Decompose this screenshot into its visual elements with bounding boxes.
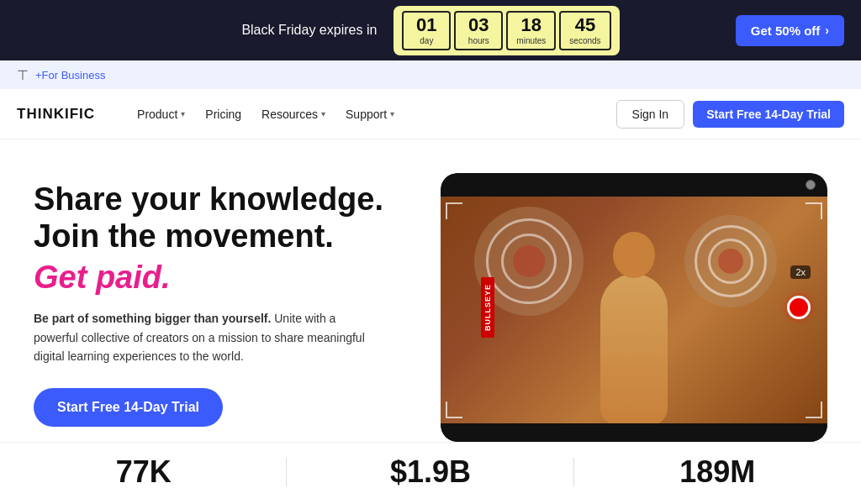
nav-item-resources[interactable]: Resources ▾ (253, 102, 334, 126)
nav-items: Product ▾ Pricing Resources ▾ Support ▾ (129, 102, 591, 126)
business-link[interactable]: +For Business (35, 69, 105, 81)
phone-notch (441, 173, 827, 197)
timer-day-label: day (420, 36, 433, 45)
corner-bracket-tl (446, 202, 462, 219)
stats-bar: 77K $1.9B 189M (0, 442, 861, 501)
chevron-down-icon: ▾ (390, 109, 394, 118)
person-head (613, 232, 655, 278)
hero-section: Share your knowledge. Join the movement.… (0, 139, 861, 442)
top-banner: Black Friday expires in 01 day 03 hours … (0, 0, 861, 60)
trial-button-nav[interactable]: Start Free 14-Day Trial (693, 101, 844, 128)
nav-logo: THINKIFIC (17, 106, 95, 123)
timer-minutes: 18 minutes (506, 11, 556, 50)
stat-item-revenue: $1.9B (287, 454, 573, 490)
stat-value-creators: 77K (0, 454, 287, 490)
sign-in-button[interactable]: Sign In (616, 100, 685, 129)
recording-label: BULLSEYE (481, 277, 494, 338)
hero-image: BULLSEYE 2x (441, 173, 827, 442)
chevron-down-icon: ▾ (321, 109, 325, 118)
stat-value-revenue: $1.9B (287, 454, 573, 490)
business-icon: ⊤ (17, 67, 29, 83)
nav-item-pricing[interactable]: Pricing (197, 102, 250, 126)
timer-day-value: 01 (416, 16, 436, 34)
hero-subtext: Be part of something bigger than yoursel… (34, 309, 370, 365)
corner-bracket-tr (806, 202, 822, 219)
nav-item-product[interactable]: Product ▾ (129, 102, 193, 126)
timer-minutes-label: minutes (516, 36, 546, 45)
banner-text: Black Friday expires in (241, 23, 377, 38)
corner-bracket-br (806, 402, 822, 418)
hero-left: Share your knowledge. Join the movement.… (34, 173, 407, 427)
phone-mockup: BULLSEYE 2x (441, 173, 827, 442)
zoom-badge: 2x (790, 265, 811, 279)
corner-bracket-bl (446, 402, 462, 418)
timer-hours-label: hours (468, 36, 489, 45)
timer-seconds-value: 45 (575, 16, 595, 34)
record-button (787, 296, 811, 319)
countdown-timer: 01 day 03 hours 18 minutes 45 seconds (394, 6, 619, 55)
timer-hours-value: 03 (468, 16, 489, 34)
main-nav: THINKIFIC Product ▾ Pricing Resources ▾ … (0, 89, 861, 139)
timer-seconds-label: seconds (569, 36, 600, 45)
stat-item-learners: 189M (574, 454, 861, 490)
hero-paid-text: Get paid. (34, 260, 407, 296)
timer-hours: 03 hours (454, 11, 503, 50)
person-silhouette (600, 274, 668, 425)
hero-headline: Share your knowledge. Join the movement. (34, 181, 407, 255)
timer-day: 01 day (402, 11, 451, 50)
arrow-icon: › (825, 24, 829, 37)
camera-dot (806, 180, 816, 190)
phone-bottom (441, 423, 827, 442)
stat-value-learners: 189M (574, 454, 861, 490)
nav-item-support[interactable]: Support ▾ (337, 102, 403, 126)
nav-right: Sign In Start Free 14-Day Trial (616, 100, 844, 129)
chevron-down-icon: ▾ (181, 109, 185, 118)
timer-minutes-value: 18 (521, 16, 541, 34)
get-50-button[interactable]: Get 50% off › (736, 15, 844, 46)
hero-cta-button[interactable]: Start Free 14-Day Trial (34, 388, 223, 427)
timer-seconds: 45 seconds (559, 11, 610, 50)
business-bar: ⊤ +For Business (0, 60, 861, 89)
stat-item-creators: 77K (0, 454, 287, 490)
